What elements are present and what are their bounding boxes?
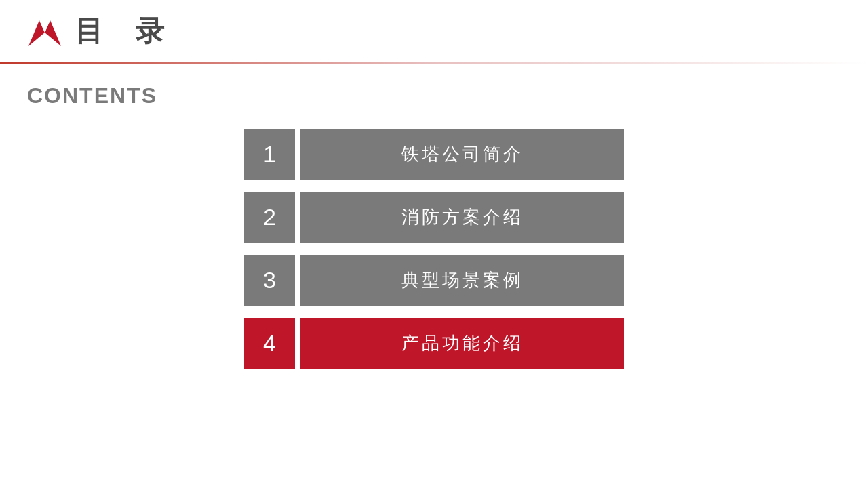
menu-gap-1 <box>295 129 300 180</box>
menu-item-2[interactable]: 2 消防方案介绍 <box>244 192 624 243</box>
menu-number-3: 3 <box>244 255 295 306</box>
menu-item-3[interactable]: 3 典型场景案例 <box>244 255 624 306</box>
menu-number-2: 2 <box>244 192 295 243</box>
menu-number-4: 4 <box>244 318 295 369</box>
menu-number-1: 1 <box>244 129 295 180</box>
menu-item-4[interactable]: 4 产品功能介绍 <box>244 318 624 369</box>
menu-text-3: 典型场景案例 <box>300 255 624 306</box>
menu-gap-2 <box>295 192 300 243</box>
header-title: 目 录 <box>75 12 176 50</box>
menu-text-2: 消防方案介绍 <box>300 192 624 243</box>
menu-container: 1 铁塔公司简介 2 消防方案介绍 3 典型场景案例 4 产品功能介绍 <box>0 129 868 369</box>
menu-text-4: 产品功能介绍 <box>300 318 624 369</box>
company-logo <box>27 14 62 49</box>
menu-item-1[interactable]: 1 铁塔公司简介 <box>244 129 624 180</box>
contents-label: CONTENTS <box>0 64 868 115</box>
menu-text-1: 铁塔公司简介 <box>300 129 624 180</box>
page-header: 目 录 <box>0 0 868 62</box>
menu-gap-3 <box>295 255 300 306</box>
menu-gap-4 <box>295 318 300 369</box>
